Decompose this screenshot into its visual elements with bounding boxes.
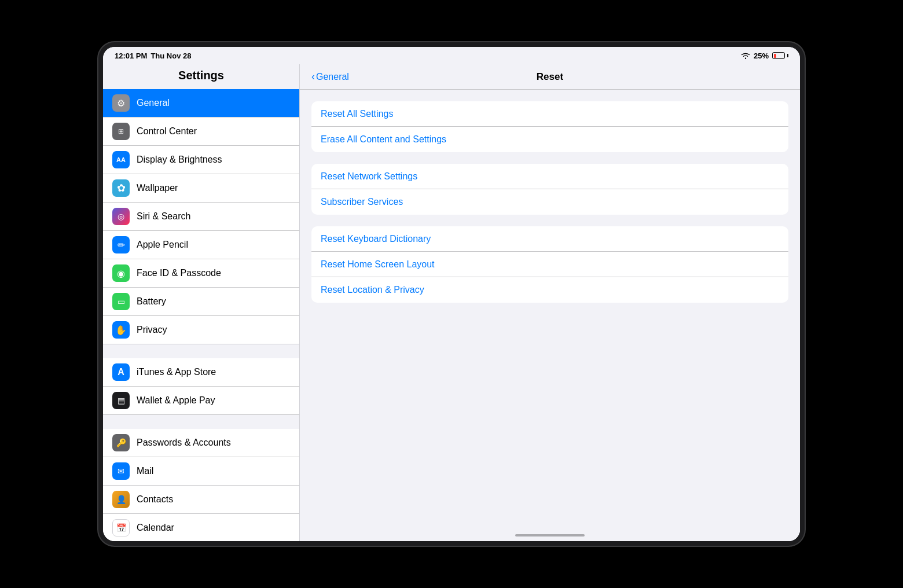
contacts-icon: 👤 xyxy=(112,491,130,508)
reset-location-privacy-row[interactable]: Reset Location & Privacy xyxy=(311,277,788,303)
subscriber-services-row[interactable]: Subscriber Services xyxy=(311,189,788,215)
detail-pane: ‹ General Reset Reset All Settings Erase… xyxy=(300,64,800,541)
sidebar-item-mail[interactable]: ✉ Mail xyxy=(103,457,299,486)
sidebar-group-3: 🔑 Passwords & Accounts ✉ Mail 👤 Contacts… xyxy=(103,429,299,541)
status-bar: 12:01 PM Thu Nov 28 25% xyxy=(103,47,800,64)
sidebar-gap-1 xyxy=(103,344,299,358)
reset-location-privacy-label: Reset Location & Privacy xyxy=(321,285,424,295)
reset-all-settings-row[interactable]: Reset All Settings xyxy=(311,101,788,127)
wallpaper-icon: ✿ xyxy=(112,179,130,197)
sidebar-item-wallet[interactable]: ▤ Wallet & Apple Pay xyxy=(103,387,299,415)
ipad-frame: 12:01 PM Thu Nov 28 25% xyxy=(98,42,805,546)
passwords-icon: 🔑 xyxy=(112,434,130,451)
sidebar-label-contacts: Contacts xyxy=(137,494,173,505)
detail-title: Reset xyxy=(537,71,563,83)
sidebar-label-control: Control Center xyxy=(137,126,197,137)
status-indicators: 25% xyxy=(741,52,788,60)
mail-icon: ✉ xyxy=(112,462,130,480)
battery-body xyxy=(772,52,785,59)
battery-fill xyxy=(774,54,776,58)
control-center-icon: ⊞ xyxy=(112,123,130,140)
detail-content: Reset All Settings Erase All Content and… xyxy=(300,90,800,530)
sidebar-gap-2 xyxy=(103,415,299,429)
sidebar-label-wallet: Wallet & Apple Pay xyxy=(137,395,215,406)
general-icon: ⚙ xyxy=(112,94,130,112)
appstore-icon: A xyxy=(112,363,130,381)
back-button[interactable]: ‹ General xyxy=(311,71,349,83)
status-date: Thu Nov 28 xyxy=(150,52,191,60)
sidebar-label-pencil: Apple Pencil xyxy=(137,240,188,250)
sidebar-item-appstore[interactable]: A iTunes & App Store xyxy=(103,358,299,387)
sidebar-label-passwords: Passwords & Accounts xyxy=(137,438,231,448)
wallet-icon: ▤ xyxy=(112,392,130,409)
reset-network-label: Reset Network Settings xyxy=(321,171,417,182)
display-icon: AA xyxy=(112,151,130,168)
back-label: General xyxy=(316,72,349,82)
sidebar-item-control-center[interactable]: ⊞ Control Center xyxy=(103,117,299,146)
sidebar-label-privacy: Privacy xyxy=(137,325,167,335)
battery-indicator xyxy=(772,52,788,59)
sidebar-label-battery: Battery xyxy=(137,296,166,307)
sidebar-label-mail: Mail xyxy=(137,466,153,476)
battery-icon: ▭ xyxy=(112,293,130,310)
sidebar-item-battery[interactable]: ▭ Battery xyxy=(103,288,299,316)
sidebar-label-faceid: Face ID & Passcode xyxy=(137,268,221,278)
reset-home-screen-label: Reset Home Screen Layout xyxy=(321,259,435,270)
calendar-icon: 📅 xyxy=(112,519,130,536)
erase-all-label: Erase All Content and Settings xyxy=(321,134,446,145)
sidebar-label-calendar: Calendar xyxy=(137,523,174,533)
sidebar-item-general[interactable]: ⚙ General xyxy=(103,89,299,117)
battery-tip xyxy=(787,54,788,57)
sidebar-label-display: Display & Brightness xyxy=(137,155,222,165)
detail-header: ‹ General Reset xyxy=(300,64,800,90)
sidebar-group-2: A iTunes & App Store ▤ Wallet & Apple Pa… xyxy=(103,358,299,415)
sidebar: Settings ⚙ General ⊞ Control Center AA D… xyxy=(103,64,300,541)
sidebar-label-wallpaper: Wallpaper xyxy=(137,183,178,193)
reset-network-row[interactable]: Reset Network Settings xyxy=(311,164,788,189)
wifi-icon xyxy=(741,52,750,59)
reset-group-1: Reset All Settings Erase All Content and… xyxy=(311,101,788,152)
pencil-icon: ✏ xyxy=(112,236,130,253)
reset-keyboard-row[interactable]: Reset Keyboard Dictionary xyxy=(311,226,788,252)
sidebar-item-contacts[interactable]: 👤 Contacts xyxy=(103,486,299,514)
sidebar-header: Settings xyxy=(103,64,299,89)
ipad-screen: 12:01 PM Thu Nov 28 25% xyxy=(103,47,800,541)
status-time-date: 12:01 PM Thu Nov 28 xyxy=(115,52,191,60)
content-area: Settings ⚙ General ⊞ Control Center AA D… xyxy=(103,64,800,541)
battery-percent: 25% xyxy=(754,52,769,60)
sidebar-item-wallpaper[interactable]: ✿ Wallpaper xyxy=(103,174,299,203)
sidebar-label-siri: Siri & Search xyxy=(137,211,190,222)
faceid-icon: ◉ xyxy=(112,264,130,282)
subscriber-services-label: Subscriber Services xyxy=(321,197,403,207)
sidebar-item-siri[interactable]: ◎ Siri & Search xyxy=(103,203,299,231)
reset-group-2: Reset Network Settings Subscriber Servic… xyxy=(311,164,788,215)
home-bar xyxy=(515,534,585,536)
back-chevron-icon: ‹ xyxy=(311,71,315,83)
sidebar-label-appstore: iTunes & App Store xyxy=(137,367,216,377)
sidebar-item-faceid[interactable]: ◉ Face ID & Passcode xyxy=(103,259,299,288)
reset-home-screen-row[interactable]: Reset Home Screen Layout xyxy=(311,252,788,277)
reset-all-settings-label: Reset All Settings xyxy=(321,109,393,119)
reset-group-3: Reset Keyboard Dictionary Reset Home Scr… xyxy=(311,226,788,303)
sidebar-item-calendar[interactable]: 📅 Calendar xyxy=(103,514,299,541)
privacy-icon: ✋ xyxy=(112,321,130,339)
sidebar-item-display[interactable]: AA Display & Brightness xyxy=(103,146,299,174)
erase-all-row[interactable]: Erase All Content and Settings xyxy=(311,127,788,152)
sidebar-item-passwords[interactable]: 🔑 Passwords & Accounts xyxy=(103,429,299,457)
reset-keyboard-label: Reset Keyboard Dictionary xyxy=(321,234,431,244)
siri-icon: ◎ xyxy=(112,208,130,225)
home-indicator xyxy=(300,530,800,541)
sidebar-item-privacy[interactable]: ✋ Privacy xyxy=(103,316,299,344)
sidebar-item-pencil[interactable]: ✏ Apple Pencil xyxy=(103,231,299,259)
sidebar-group-1: ⚙ General ⊞ Control Center AA Display & … xyxy=(103,89,299,344)
status-time: 12:01 PM xyxy=(115,52,147,60)
sidebar-label-general: General xyxy=(137,98,170,108)
